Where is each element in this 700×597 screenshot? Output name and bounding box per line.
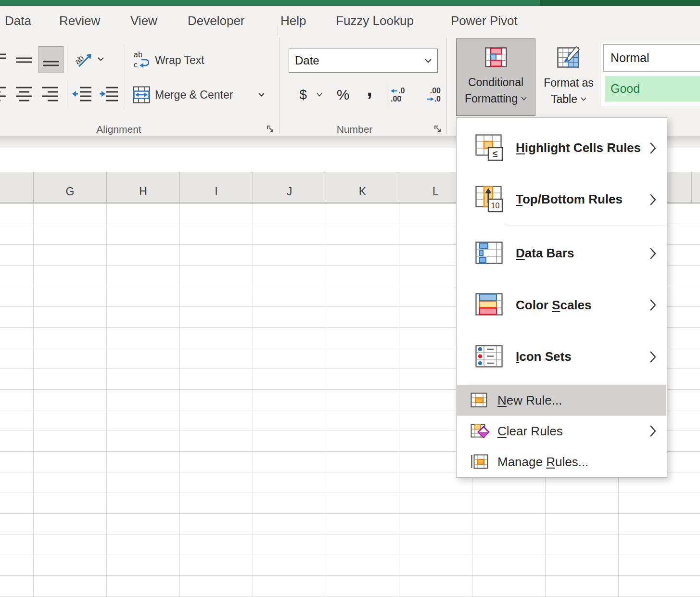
tab-review-label: Review	[59, 13, 100, 28]
data-bars-icon	[475, 241, 504, 266]
column-header-g-label: G	[66, 185, 75, 198]
chevron-down-icon	[425, 59, 432, 63]
align-bottom-button[interactable]	[38, 46, 64, 73]
highlight-cells-rules-icon: ≤	[475, 134, 505, 162]
icon-sets-icon	[475, 345, 504, 369]
increase-indent-button[interactable]	[97, 82, 121, 107]
align-middle-button[interactable]	[13, 48, 36, 72]
tab-review[interactable]: Review	[59, 6, 100, 36]
number-dialog-launcher[interactable]	[433, 124, 443, 134]
align-top-button[interactable]	[0, 48, 9, 72]
cell-style-good[interactable]: Good	[605, 76, 700, 102]
column-header-k-label: K	[359, 185, 366, 198]
group-separator-alignment-number	[279, 38, 280, 134]
tab-data[interactable]: Data	[5, 6, 31, 36]
format-as-table-button[interactable]: Format as Table	[539, 39, 598, 115]
top-ten-badge: 10	[491, 202, 500, 210]
menu-item-label: New Rule...	[497, 393, 562, 408]
submenu-arrow-icon	[649, 247, 657, 260]
submenu-arrow-icon	[649, 142, 657, 154]
accounting-format-button[interactable]: $	[293, 83, 314, 107]
column-header-j-label: J	[287, 185, 293, 198]
menu-item-new-rule[interactable]: New Rule...	[457, 385, 666, 416]
menu-item-clear-rules[interactable]: Clear Rules	[457, 416, 666, 446]
cell-style-normal-label: Normal	[604, 51, 649, 65]
menu-item-top-bottom-rules[interactable]: 10 Top/Bottom Rules	[457, 174, 666, 225]
alignment-group-label: Alignment	[67, 124, 170, 135]
column-header-l-label: L	[433, 185, 439, 198]
column-header-k[interactable]: K	[326, 172, 399, 203]
merge-center-dropdown[interactable]	[255, 89, 267, 101]
tab-power-pivot-label: Power Pivot	[451, 13, 518, 28]
merge-center-button[interactable]: Merge & Center	[133, 84, 272, 106]
menu-item-label: Highlight Cells Rules	[516, 140, 641, 155]
tab-fuzzy-lookup[interactable]: Fuzzy Lookup	[336, 6, 414, 36]
cell-style-normal[interactable]: Normal	[603, 44, 700, 72]
tab-help-label: Help	[280, 13, 306, 28]
tab-developer[interactable]: Developer	[188, 6, 245, 36]
conditional-formatting-menu: ≤ Highlight Cells Rules 10 Top/Bottom Ru…	[456, 117, 667, 478]
menu-separator-1	[507, 226, 665, 226]
column-header-h[interactable]: H	[107, 172, 180, 203]
tab-view-label: View	[130, 13, 157, 28]
submenu-arrow-icon	[649, 299, 657, 311]
number-separator	[385, 82, 385, 108]
tab-help[interactable]: Help	[280, 6, 306, 36]
orientation-icon: ab	[74, 49, 95, 70]
menu-separator-2	[466, 384, 666, 384]
chevron-down-icon	[98, 57, 104, 61]
column-header-i-label: I	[215, 185, 217, 198]
menu-item-label: Icon Sets	[516, 349, 572, 364]
column-header-g[interactable]: G	[34, 172, 107, 203]
submenu-arrow-icon	[649, 425, 657, 437]
submenu-arrow-icon	[649, 193, 657, 206]
conditional-formatting-label-2: Formatting	[465, 90, 518, 107]
currency-symbol: $	[299, 87, 307, 102]
align-left-icon	[0, 85, 7, 103]
align-top-icon	[0, 51, 7, 69]
wrap-text-button[interactable]: ab c Wrap Text	[133, 49, 258, 71]
decrease-indent-button[interactable]	[70, 82, 94, 107]
tab-data-label: Data	[5, 13, 31, 28]
align-right-button[interactable]	[38, 82, 62, 107]
decrease-decimal-button[interactable]: .00 .0	[418, 83, 441, 107]
title-bar-accent	[540, 0, 700, 6]
conditional-formatting-icon	[485, 47, 507, 67]
accounting-format-dropdown[interactable]	[314, 89, 325, 101]
manage-rules-icon	[471, 454, 489, 470]
orientation-dropdown[interactable]	[94, 53, 107, 65]
tab-group-separator	[278, 25, 278, 36]
menu-item-label: Top/Bottom Rules	[516, 192, 623, 207]
column-header-partial[interactable]	[0, 172, 34, 203]
alignment-dialog-launcher[interactable]	[265, 124, 276, 134]
wrap-text-label: Wrap Text	[155, 54, 204, 67]
column-header-p-partial[interactable]	[692, 172, 700, 203]
number-format-combobox[interactable]: Date	[289, 49, 438, 73]
percent-style-button[interactable]: %	[332, 83, 354, 107]
align-middle-icon	[15, 51, 33, 69]
tab-developer-label: Developer	[188, 13, 245, 28]
tab-power-pivot[interactable]: Power Pivot	[451, 6, 518, 36]
menu-item-label: Manage Rules...	[497, 455, 588, 470]
menu-item-color-scales[interactable]: Color Scales	[457, 279, 666, 331]
align-center-button[interactable]	[13, 82, 36, 107]
menu-item-data-bars[interactable]: Data Bars	[457, 228, 666, 279]
increase-decimal-button[interactable]: .0 .00	[391, 83, 414, 107]
menu-item-icon-sets[interactable]: Icon Sets	[457, 331, 666, 382]
tab-view[interactable]: View	[130, 6, 157, 36]
chevron-down-icon	[521, 97, 527, 101]
conditional-formatting-label-1: Conditional	[465, 74, 527, 90]
chevron-down-icon	[581, 97, 586, 101]
menu-item-manage-rules[interactable]: Manage Rules...	[457, 446, 666, 477]
align-left-button[interactable]	[0, 82, 9, 107]
less-equal-badge: ≤	[493, 149, 497, 159]
conditional-formatting-button[interactable]: Conditional Formatting	[456, 38, 535, 116]
increase-indent-icon	[99, 85, 119, 103]
align-right-icon	[41, 85, 59, 103]
comma-style-button[interactable]: ,	[360, 77, 379, 101]
cell-style-good-label: Good	[605, 82, 640, 96]
menu-item-highlight-cells-rules[interactable]: ≤ Highlight Cells Rules	[457, 122, 666, 174]
column-header-i[interactable]: I	[180, 172, 253, 203]
column-header-j[interactable]: J	[253, 172, 326, 203]
wrap-icon-text-bottom: c	[134, 61, 138, 69]
